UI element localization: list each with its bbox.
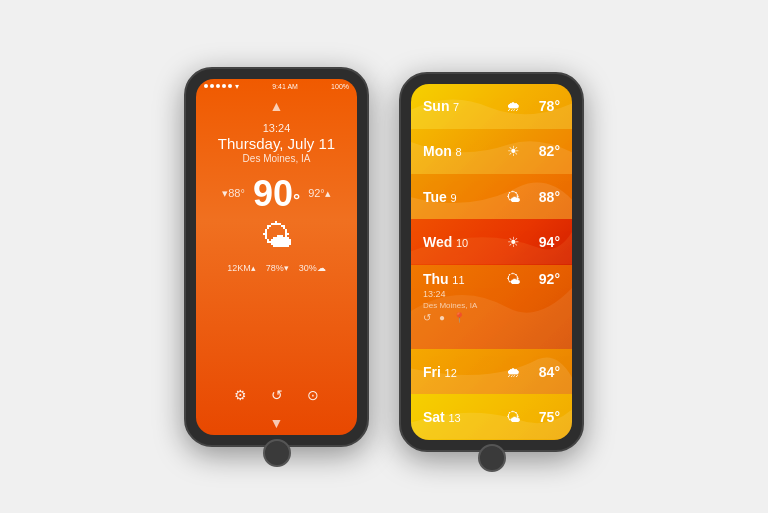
location-icon[interactable]: ⊙ xyxy=(307,387,319,403)
signal-dot-1 xyxy=(204,84,208,88)
home-button[interactable] xyxy=(263,439,291,467)
settings-icon[interactable]: ⚙ xyxy=(234,387,247,403)
nav-up-arrow[interactable]: ▲ xyxy=(270,98,284,114)
bottom-navigation: ⚙ ↺ ⊙ xyxy=(234,387,319,403)
signal-dot-2 xyxy=(210,84,214,88)
forecast-row-sat[interactable]: Sat 13 🌤 75° xyxy=(411,394,572,439)
wifi-icon: ▾ xyxy=(235,82,239,91)
forecast-row-tue[interactable]: Tue 9 🌤 88° xyxy=(411,174,572,219)
refresh-icon[interactable]: ↺ xyxy=(271,387,283,403)
nav-down-arrow[interactable]: ▼ xyxy=(270,415,284,431)
forecast-row-wed[interactable]: Wed 10 ☀ 94° xyxy=(411,219,572,264)
temp-main: 90° xyxy=(253,176,300,212)
forecast-row-thu[interactable]: Thu 11 🌤 92° 13:24 Des Moines, IA ↺ ● xyxy=(411,265,572,349)
weather-date-block: 13:24 Thursday, July 11 Des Moines, IA xyxy=(218,122,335,164)
home-button-right[interactable] xyxy=(478,444,506,472)
thu-icon-refresh[interactable]: ↺ xyxy=(423,312,431,323)
temp-high: 92°▴ xyxy=(308,187,331,200)
left-phone: ▾ 9:41 AM 100% ▲ 13:24 Thursday, July 11… xyxy=(184,67,369,447)
forecast-screen: Sun 7 🌧 78° Mon 8 ☀ 82° xyxy=(411,84,572,440)
signal-dot-5 xyxy=(228,84,232,88)
weather-stats: 12KM▴ 78%▾ 30%☁ xyxy=(227,263,326,273)
status-bar: ▾ 9:41 AM 100% xyxy=(196,79,357,94)
wind-stat: 12KM▴ xyxy=(227,263,256,273)
temp-low: ▾88° xyxy=(222,187,245,200)
thu-icon-pin[interactable]: 📍 xyxy=(453,312,465,323)
current-location: Des Moines, IA xyxy=(218,153,335,164)
thu-time: 13:24 xyxy=(423,289,446,299)
status-time: 9:41 AM xyxy=(272,83,298,90)
main-weather-screen: ▾ 9:41 AM 100% ▲ 13:24 Thursday, July 11… xyxy=(196,79,357,435)
thu-details: 13:24 Des Moines, IA ↺ ● 📍 xyxy=(423,289,477,323)
thu-icon-circle: ● xyxy=(439,312,445,323)
humidity-stat: 78%▾ xyxy=(266,263,289,273)
battery-indicator: 100% xyxy=(331,83,349,90)
cloud-stat: 30%☁ xyxy=(299,263,326,273)
signal-dot-3 xyxy=(216,84,220,88)
thu-location: Des Moines, IA xyxy=(423,301,477,310)
right-screen: Sun 7 🌧 78° Mon 8 ☀ 82° xyxy=(411,84,572,440)
left-screen: ▾ 9:41 AM 100% ▲ 13:24 Thursday, July 11… xyxy=(196,79,357,435)
signal-dot-4 xyxy=(222,84,226,88)
temperature-row: ▾88° 90° 92°▴ xyxy=(222,176,331,212)
current-day: Thursday, July 11 xyxy=(218,135,335,152)
weather-icon: 🌤 xyxy=(261,218,293,255)
thu-sub-info: Des Moines, IA xyxy=(423,301,477,310)
right-phone: Sun 7 🌧 78° Mon 8 ☀ 82° xyxy=(399,72,584,452)
forecast-row-mon[interactable]: Mon 8 ☀ 82° xyxy=(411,129,572,174)
forecast-row-fri[interactable]: Fri 12 🌧 84° xyxy=(411,349,572,394)
current-time: 13:24 xyxy=(218,122,335,134)
forecast-row-sun[interactable]: Sun 7 🌧 78° xyxy=(411,84,572,129)
